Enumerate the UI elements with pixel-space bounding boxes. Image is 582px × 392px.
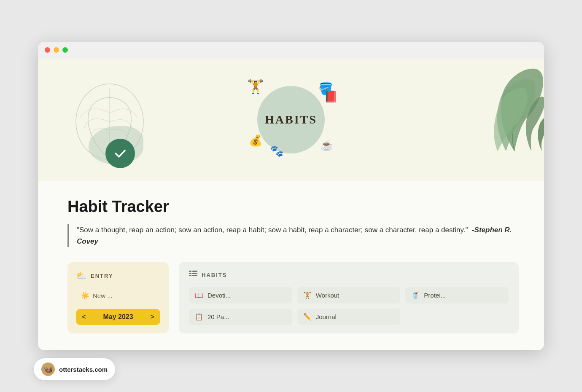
dumbbell-icon: 🏋️ bbox=[247, 78, 264, 94]
hero-banner: 🏋️ 🪣 📕 💰 🐾 ☕ HABITS bbox=[38, 59, 544, 181]
entry-header-label: ENTRY bbox=[91, 273, 113, 279]
entry-panel: ⛅ ENTRY ☀️ New ... < May 2023 > bbox=[67, 262, 169, 333]
checkmark-icon bbox=[113, 146, 128, 161]
coffee-icon: ☕ bbox=[321, 140, 333, 151]
svg-rect-2 bbox=[189, 273, 191, 274]
journal-label: Journal bbox=[316, 313, 337, 320]
habits-header-label: HABITS bbox=[202, 272, 227, 278]
habits-header-icon bbox=[189, 271, 197, 279]
hero-title: HABITS bbox=[265, 113, 317, 126]
minimize-button[interactable] bbox=[54, 47, 59, 53]
devotional-icon: 📖 bbox=[195, 291, 203, 299]
checkmark-badge bbox=[105, 139, 135, 168]
pages-icon: 📋 bbox=[195, 313, 203, 321]
devotional-label: Devoti... bbox=[207, 292, 231, 299]
branch-leaves-decoration bbox=[430, 59, 544, 151]
svg-rect-1 bbox=[189, 271, 191, 272]
habit-item-workout[interactable]: 🏋 Workout bbox=[297, 287, 401, 303]
svg-rect-5 bbox=[192, 273, 197, 274]
habit-item-protein[interactable]: 🥤 Protei... bbox=[405, 287, 509, 303]
calendar-next-button[interactable]: > bbox=[151, 313, 154, 321]
svg-rect-6 bbox=[192, 275, 197, 276]
maximize-button[interactable] bbox=[62, 47, 68, 53]
habit-item-journal[interactable]: ✏️ Journal bbox=[297, 309, 401, 325]
habits-circle: 🏋️ 🪣 📕 💰 🐾 ☕ HABITS bbox=[257, 86, 325, 153]
habits-grid: 📖 Devoti... 🏋 Workout 🥤 Protei... � bbox=[189, 287, 509, 325]
habits-panel: HABITS 📖 Devoti... 🏋 Workout 🥤 bbox=[179, 262, 519, 333]
habit-item-pages[interactable]: 📋 20 Pa... bbox=[189, 309, 292, 325]
entry-header-icon: ⛅ bbox=[76, 271, 86, 281]
calendar-month-label: May 2023 bbox=[103, 313, 133, 321]
page-content: 🏋️ 🪣 📕 💰 🐾 ☕ HABITS Habit Tracker "Sow a… bbox=[38, 59, 544, 350]
journal-icon: ✏️ bbox=[303, 313, 312, 321]
otter-icon: 🦦 bbox=[41, 362, 55, 376]
entry-panel-header: ⛅ ENTRY bbox=[76, 271, 160, 281]
quote-body: "Sow a thought, reap an action; sow an a… bbox=[77, 226, 468, 234]
svg-rect-4 bbox=[192, 271, 197, 272]
calendar-prev-button[interactable]: < bbox=[82, 313, 86, 321]
calendar-nav: < May 2023 > bbox=[76, 309, 160, 325]
money-bag-icon: 💰 bbox=[249, 134, 262, 147]
title-bar bbox=[38, 42, 544, 59]
workout-label: Workout bbox=[316, 292, 340, 299]
pages-label: 20 Pa... bbox=[207, 313, 229, 320]
page-title: Habit Tracker bbox=[67, 198, 519, 216]
workout-icon: 🏋 bbox=[303, 291, 312, 299]
protein-icon: 🥤 bbox=[411, 291, 420, 299]
habits-panel-header: HABITS bbox=[189, 271, 509, 279]
footer-badge: 🦦 otterstacks.com bbox=[34, 358, 115, 380]
quote-block: "Sow a thought, reap an action; sow an a… bbox=[67, 224, 519, 247]
new-entry-button[interactable]: ☀️ New ... bbox=[76, 288, 160, 303]
new-entry-label: New ... bbox=[93, 292, 113, 299]
browser-window: 🏋️ 🪣 📕 💰 🐾 ☕ HABITS Habit Tracker "Sow a… bbox=[38, 42, 544, 350]
protein-label: Protei... bbox=[424, 292, 446, 299]
main-content: Habit Tracker "Sow a thought, reap an ac… bbox=[38, 181, 544, 350]
footer-url: otterstacks.com bbox=[59, 366, 108, 373]
panels-row: ⛅ ENTRY ☀️ New ... < May 2023 > bbox=[67, 262, 519, 333]
habit-item-devotional[interactable]: 📖 Devoti... bbox=[189, 287, 292, 303]
book-icon: 📕 bbox=[324, 90, 337, 103]
svg-rect-3 bbox=[189, 275, 191, 276]
habits-badge: 🏋️ 🪣 📕 💰 🐾 ☕ HABITS bbox=[257, 86, 325, 153]
paw-icon: 🐾 bbox=[270, 145, 283, 158]
quote-text: "Sow a thought, reap an action; sow an a… bbox=[77, 224, 519, 247]
new-entry-icon: ☀️ bbox=[81, 292, 89, 300]
close-button[interactable] bbox=[45, 47, 50, 53]
